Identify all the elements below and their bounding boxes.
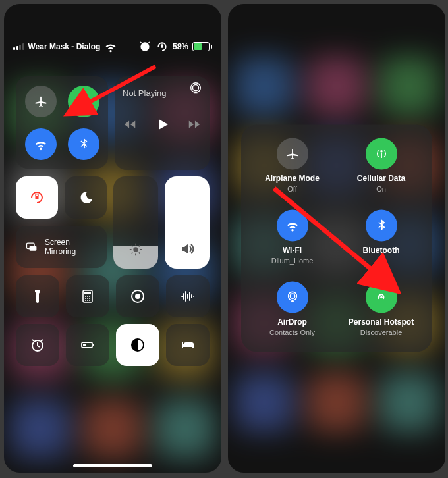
- svg-rect-6: [30, 246, 37, 250]
- media-tile[interactable]: Not Playing: [115, 76, 210, 170]
- phone-right: Airplane Mode Off Cellular Data On Wi-Fi…: [228, 4, 445, 473]
- bluetooth-icon: [76, 137, 91, 151]
- volume-icon: [165, 241, 210, 259]
- svg-point-14: [89, 298, 90, 299]
- cellular-item[interactable]: Cellular Data On: [337, 138, 426, 193]
- alarm-clock-icon: [30, 337, 45, 353]
- airplane-mode-item[interactable]: Airplane Mode Off: [248, 138, 337, 193]
- rotation-lock-icon: [29, 190, 45, 205]
- bed-icon: [180, 337, 196, 353]
- next-track-button[interactable]: [187, 117, 202, 132]
- cellular-label: Cellular Data: [357, 174, 405, 183]
- svg-point-9: [85, 296, 86, 297]
- svg-point-11: [89, 296, 90, 297]
- flashlight-icon: [30, 288, 45, 304]
- svg-rect-8: [84, 292, 91, 294]
- battery-icon: [80, 337, 96, 353]
- svg-point-16: [87, 300, 88, 301]
- wifi-network: Dilum_Home: [271, 257, 314, 265]
- timer-button[interactable]: [16, 324, 59, 366]
- screen-mirroring-label: Screen Mirroring: [45, 238, 98, 256]
- control-center: Not Playing: [4, 4, 221, 473]
- airplane-icon: [285, 147, 300, 161]
- cellular-icon: [374, 147, 389, 161]
- home-indicator[interactable]: [73, 464, 152, 467]
- bluetooth-toggle[interactable]: [68, 128, 99, 160]
- dark-mode-button[interactable]: [116, 324, 159, 366]
- prev-track-button[interactable]: [123, 117, 137, 132]
- cellular-status: On: [376, 185, 386, 193]
- rotation-lock-toggle[interactable]: [16, 176, 58, 219]
- waveform-icon: [180, 288, 196, 304]
- hotspot-toggle[interactable]: [366, 282, 397, 313]
- cellular-toggle[interactable]: [366, 138, 397, 170]
- airplane-mode-toggle[interactable]: [25, 86, 57, 117]
- airdrop-item[interactable]: AirDrop Contacts Only: [248, 282, 337, 336]
- dark-mode-icon: [130, 337, 146, 353]
- svg-point-15: [85, 300, 86, 301]
- phone-left: Wear Mask - Dialog 58%: [4, 4, 221, 473]
- bluetooth-status: On: [376, 257, 386, 265]
- wifi-icon: [285, 219, 300, 233]
- airdrop-icon: [285, 290, 300, 305]
- hotspot-status: Discoverable: [360, 329, 403, 336]
- screenshot-canvas: Wear Mask - Dialog 58%: [0, 0, 448, 478]
- svg-rect-22: [93, 344, 94, 346]
- cellular-data-toggle[interactable]: [68, 86, 99, 117]
- brightness-icon: [113, 242, 158, 259]
- sound-recognition-button[interactable]: [166, 275, 210, 317]
- hotspot-item[interactable]: Personal Hotspot Discoverable: [337, 282, 426, 336]
- svg-point-4: [133, 247, 138, 252]
- svg-point-27: [288, 292, 296, 300]
- bluetooth-icon: [374, 219, 389, 233]
- svg-point-19: [135, 294, 140, 299]
- wifi-toggle[interactable]: [25, 128, 57, 160]
- svg-point-1: [192, 85, 198, 91]
- svg-point-13: [87, 298, 88, 299]
- sleep-button[interactable]: [166, 324, 210, 366]
- svg-point-17: [89, 300, 90, 301]
- play-button[interactable]: [154, 117, 170, 132]
- do-not-disturb-toggle[interactable]: [65, 176, 107, 219]
- wifi-toggle[interactable]: [277, 210, 308, 242]
- airdrop-label: AirDrop: [277, 317, 307, 327]
- wifi-icon: [34, 137, 48, 151]
- airplane-mode-toggle[interactable]: [277, 138, 308, 170]
- svg-point-12: [85, 298, 86, 299]
- airplay-audio-icon[interactable]: [188, 82, 203, 99]
- volume-slider[interactable]: [165, 176, 210, 269]
- connectivity-group[interactable]: [16, 76, 108, 169]
- airplane-label: Airplane Mode: [265, 174, 320, 183]
- calculator-icon: [80, 288, 96, 304]
- svg-point-26: [290, 294, 294, 298]
- svg-rect-23: [83, 344, 86, 346]
- screen-record-button[interactable]: [116, 275, 159, 317]
- airdrop-status: Contacts Only: [269, 329, 315, 336]
- hotspot-icon: [374, 290, 389, 305]
- cellular-icon: [76, 94, 91, 109]
- screen-mirroring-icon: [25, 240, 38, 254]
- bluetooth-item[interactable]: Bluetooth On: [337, 210, 426, 265]
- low-power-button[interactable]: [66, 324, 109, 366]
- brightness-slider[interactable]: [113, 176, 158, 269]
- flashlight-button[interactable]: [16, 275, 59, 317]
- svg-point-10: [87, 296, 88, 297]
- hotspot-label: Personal Hotspot: [349, 317, 414, 327]
- record-icon: [130, 288, 146, 304]
- wifi-label: Wi-Fi: [283, 246, 302, 255]
- bluetooth-label: Bluetooth: [363, 246, 400, 255]
- wifi-item[interactable]: Wi-Fi Dilum_Home: [248, 210, 337, 265]
- connectivity-expanded-panel: Airplane Mode Off Cellular Data On Wi-Fi…: [241, 125, 432, 352]
- airdrop-toggle[interactable]: [277, 282, 308, 313]
- svg-point-28: [380, 296, 383, 299]
- airplane-status: Off: [287, 185, 296, 193]
- screen-mirroring-button[interactable]: Screen Mirroring: [16, 226, 107, 268]
- bluetooth-toggle[interactable]: [366, 210, 397, 242]
- moon-icon: [78, 190, 94, 205]
- airplane-icon: [34, 94, 48, 109]
- calculator-button[interactable]: [66, 275, 109, 317]
